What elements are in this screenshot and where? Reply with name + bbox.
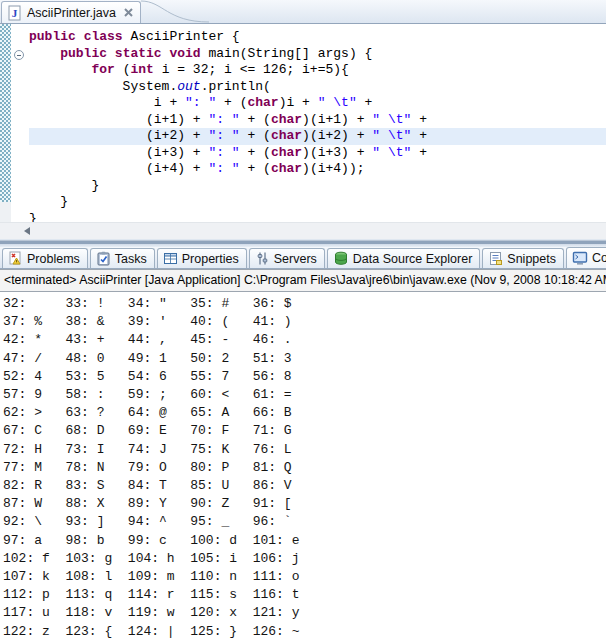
code-line: public static void main(String[] args) { bbox=[29, 46, 606, 63]
scroll-left-arrow-icon[interactable] bbox=[24, 227, 30, 235]
view-tab-label: Tasks bbox=[115, 252, 147, 266]
svg-text:J: J bbox=[12, 7, 18, 19]
properties-icon bbox=[163, 251, 178, 266]
console-line: 117: u 118: v 119: w 120: x 121: y bbox=[3, 604, 606, 622]
console-line: 97: a 98: b 99: c 100: d 101: e bbox=[3, 532, 606, 550]
console-status-text: <terminated> AsciiPrinter [Java Applicat… bbox=[4, 273, 606, 287]
view-tab-servers[interactable]: Servers bbox=[249, 248, 325, 268]
view-tab-label: Data Source Explorer bbox=[353, 252, 473, 266]
code-line: } bbox=[29, 194, 606, 211]
problems-icon bbox=[8, 251, 23, 266]
view-tab-console[interactable]: Console bbox=[566, 247, 606, 268]
editor-tab-asciiprinter[interactable]: J AsciiPrinter.java bbox=[1, 1, 141, 23]
console-line: 122: z 123: { 124: | 125: } 126: ~ bbox=[3, 623, 606, 641]
code-line: (i+4) + ": " + (char)(i+4)); bbox=[29, 161, 606, 178]
view-tab-snippets[interactable]: Snippets bbox=[482, 248, 564, 268]
console-line: 102: f 103: g 104: h 105: i 106: j bbox=[3, 550, 606, 568]
console-status-line: <terminated> AsciiPrinter [Java Applicat… bbox=[0, 269, 606, 292]
view-tab-problems[interactable]: Problems bbox=[2, 248, 88, 268]
editor-tab-label: AsciiPrinter.java bbox=[27, 6, 116, 20]
close-icon[interactable] bbox=[123, 7, 134, 18]
annotation-ruler bbox=[11, 24, 29, 222]
editor-horizontal-scrollbar[interactable] bbox=[0, 222, 606, 239]
console-line: 107: k 108: l 109: m 110: n 111: o bbox=[3, 568, 606, 586]
code-editor-area: public class AsciiPrinter { public stati… bbox=[0, 24, 606, 222]
code-line: (i+3) + ": " + (char)(i+3) + " \t" + bbox=[29, 145, 606, 162]
console-line: 32: 33: ! 34: " 35: # 36: $ bbox=[3, 295, 606, 313]
left-border-column bbox=[0, 24, 11, 222]
console-line: 57: 9 58: : 59: ; 60: < 61: = bbox=[3, 386, 606, 404]
console-line: 67: C 68: D 69: E 70: F 71: G bbox=[3, 422, 606, 440]
servers-icon bbox=[255, 251, 270, 266]
console-line: 37: % 38: & 39: ' 40: ( 41: ) bbox=[3, 313, 606, 331]
code-line: i + ": " + (char)i + " \t" + bbox=[29, 95, 606, 112]
view-tab-label: Console bbox=[592, 251, 606, 265]
view-tab-tasks[interactable]: Tasks bbox=[90, 248, 155, 268]
console-line: 112: p 113: q 114: r 115: s 116: t bbox=[3, 586, 606, 604]
code-editor[interactable]: public class AsciiPrinter { public stati… bbox=[29, 24, 606, 222]
code-line: for (int i = 32; i <= 126; i+=5){ bbox=[29, 62, 606, 79]
console-icon bbox=[572, 251, 588, 266]
collapse-minus-icon[interactable] bbox=[14, 50, 24, 60]
code-line: System.out.println( bbox=[29, 79, 606, 96]
code-line: (i+2) + ": " + (char)(i+2) + " \t" + bbox=[29, 128, 606, 145]
view-tab-label: Snippets bbox=[507, 252, 556, 266]
console-line: 92: \ 93: ] 94: ^ 95: _ 96: ` bbox=[3, 513, 606, 531]
console-line: 62: > 63: ? 64: @ 65: A 66: B bbox=[3, 404, 606, 422]
java-file-icon: J bbox=[7, 5, 22, 21]
view-tab-label: Servers bbox=[274, 252, 317, 266]
eclipse-window: J AsciiPrinter.java public class AsciiPr… bbox=[0, 0, 606, 641]
view-tab-data-source-explorer[interactable]: Data Source Explorer bbox=[327, 248, 481, 268]
code-line: public class AsciiPrinter { bbox=[29, 29, 606, 46]
left-checker-pattern bbox=[0, 24, 11, 202]
console-line: 47: / 48: 0 49: 1 50: 2 51: 3 bbox=[3, 350, 606, 368]
console-line: 52: 4 53: 5 54: 6 55: 7 56: 8 bbox=[3, 368, 606, 386]
console-line: 42: * 43: + 44: , 45: - 46: . bbox=[3, 331, 606, 349]
code-line: } bbox=[29, 178, 606, 195]
view-tab-label: Properties bbox=[182, 252, 239, 266]
snippets-icon bbox=[488, 251, 503, 266]
sash-divider[interactable] bbox=[0, 239, 606, 247]
console-output[interactable]: 32: 33: ! 34: " 35: # 36: $37: % 38: & 3… bbox=[0, 292, 606, 641]
view-tab-label: Problems bbox=[27, 252, 80, 266]
view-tab-properties[interactable]: Properties bbox=[157, 248, 247, 268]
tasks-icon bbox=[96, 251, 111, 266]
code-line: (i+1) + ": " + (char)(i+1) + " \t" + bbox=[29, 112, 606, 129]
tab-curve-decoration bbox=[141, 0, 211, 23]
code-line: } bbox=[29, 211, 606, 223]
view-tab-bar: ProblemsTasksPropertiesServersData Sourc… bbox=[0, 247, 606, 269]
console-line: 72: H 73: I 74: J 75: K 76: L bbox=[3, 441, 606, 459]
console-line: 77: M 78: N 79: O 80: P 81: Q bbox=[3, 459, 606, 477]
editor-tab-bar: J AsciiPrinter.java bbox=[0, 0, 606, 24]
console-line: 87: W 88: X 89: Y 90: Z 91: [ bbox=[3, 495, 606, 513]
console-line: 82: R 83: S 84: T 85: U 86: V bbox=[3, 477, 606, 495]
data-source-explorer-icon bbox=[333, 251, 349, 266]
